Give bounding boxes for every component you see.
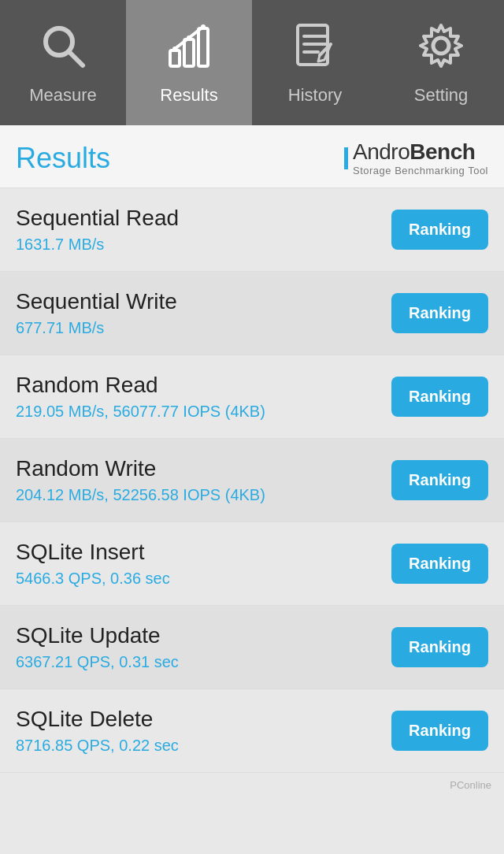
brand-accent-bar: [344, 147, 348, 169]
benchmark-value: 204.12 MB/s, 52256.58 IOPS (4KB): [16, 486, 265, 504]
svg-rect-2: [170, 50, 180, 66]
document-icon: [290, 20, 340, 77]
brand-subtitle: Storage Benchmarking Tool: [353, 165, 488, 176]
benchmark-row-random-read: Random Read 219.05 MB/s, 56077.77 IOPS (…: [0, 355, 504, 439]
svg-rect-3: [184, 39, 194, 66]
svg-line-1: [69, 52, 83, 65]
svg-point-5: [172, 46, 177, 51]
svg-point-6: [187, 35, 191, 40]
nav-item-results[interactable]: Results: [126, 0, 252, 125]
svg-point-13: [433, 38, 449, 54]
benchmark-name: SQLite Insert: [16, 540, 170, 565]
nav-setting-label: Setting: [414, 85, 469, 106]
nav-bar: Measure Results: [0, 0, 504, 125]
nav-item-setting[interactable]: Setting: [378, 0, 504, 125]
benchmark-name: Random Read: [16, 373, 265, 398]
nav-results-label: Results: [160, 85, 217, 106]
ranking-button-sqlite-update[interactable]: Ranking: [391, 627, 488, 667]
footer-watermark: PConline: [0, 773, 504, 797]
benchmark-row-random-write: Random Write 204.12 MB/s, 52256.58 IOPS …: [0, 439, 504, 522]
benchmark-row-sequential-write: Sequential Write 677.71 MB/s Ranking: [0, 272, 504, 355]
benchmark-info: SQLite Insert 5466.3 QPS, 0.36 sec: [16, 540, 170, 588]
svg-point-7: [201, 24, 206, 29]
ranking-button-sqlite-insert[interactable]: Ranking: [391, 544, 488, 584]
ranking-button-sequential-read[interactable]: Ranking: [391, 210, 488, 250]
gear-icon: [416, 20, 466, 77]
ranking-button-random-write[interactable]: Ranking: [391, 460, 488, 500]
nav-history-label: History: [288, 85, 342, 106]
page-title: Results: [16, 142, 110, 175]
benchmark-info: SQLite Update 6367.21 QPS, 0.31 sec: [16, 623, 179, 671]
benchmark-name: Random Write: [16, 456, 265, 481]
benchmark-info: Random Read 219.05 MB/s, 56077.77 IOPS (…: [16, 373, 265, 421]
benchmark-row-sequential-read: Sequential Read 1631.7 MB/s Ranking: [0, 188, 504, 272]
brand-bar: AndroBench Storage Benchmarking Tool: [344, 139, 488, 176]
benchmark-row-sqlite-insert: SQLite Insert 5466.3 QPS, 0.36 sec Ranki…: [0, 522, 504, 606]
benchmark-value: 677.71 MB/s: [16, 319, 177, 337]
benchmark-info: Random Write 204.12 MB/s, 52256.58 IOPS …: [16, 456, 265, 504]
nav-item-history[interactable]: History: [252, 0, 378, 125]
benchmark-value: 1631.7 MB/s: [16, 236, 179, 254]
ranking-button-sequential-write[interactable]: Ranking: [391, 293, 488, 333]
benchmark-info: Sequential Read 1631.7 MB/s: [16, 206, 179, 254]
benchmark-info: SQLite Delete 8716.85 QPS, 0.22 sec: [16, 707, 179, 755]
watermark-text: PConline: [450, 779, 491, 791]
benchmark-value: 219.05 MB/s, 56077.77 IOPS (4KB): [16, 403, 265, 421]
brand-logo: AndroBench Storage Benchmarking Tool: [344, 139, 488, 176]
svg-rect-4: [198, 28, 208, 66]
benchmark-row-sqlite-update: SQLite Update 6367.21 QPS, 0.31 sec Rank…: [0, 606, 504, 689]
ranking-button-random-read[interactable]: Ranking: [391, 377, 488, 417]
results-header: Results AndroBench Storage Benchmarking …: [0, 125, 504, 188]
benchmark-value: 6367.21 QPS, 0.31 sec: [16, 653, 179, 671]
brand-name: AndroBench: [353, 139, 475, 164]
benchmark-value: 8716.85 QPS, 0.22 sec: [16, 737, 179, 755]
benchmark-name: Sequential Read: [16, 206, 179, 231]
benchmark-value: 5466.3 QPS, 0.36 sec: [16, 570, 170, 588]
benchmark-row-sqlite-delete: SQLite Delete 8716.85 QPS, 0.22 sec Rank…: [0, 689, 504, 773]
chart-icon: [164, 20, 214, 77]
nav-item-measure[interactable]: Measure: [0, 0, 126, 125]
benchmark-name: Sequential Write: [16, 289, 177, 314]
ranking-button-sqlite-delete[interactable]: Ranking: [391, 711, 488, 751]
benchmark-name: SQLite Delete: [16, 707, 179, 732]
search-icon: [38, 20, 88, 77]
benchmark-list: Sequential Read 1631.7 MB/s Ranking Sequ…: [0, 188, 504, 773]
benchmark-info: Sequential Write 677.71 MB/s: [16, 289, 177, 337]
nav-measure-label: Measure: [29, 85, 97, 106]
benchmark-name: SQLite Update: [16, 623, 179, 648]
